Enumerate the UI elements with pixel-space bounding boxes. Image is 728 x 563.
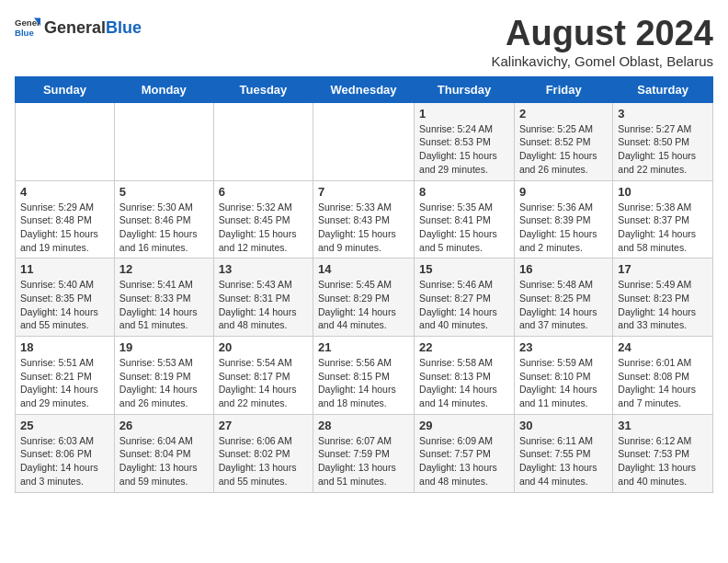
day-cell: 22Sunrise: 5:58 AM Sunset: 8:13 PM Dayli…: [415, 337, 515, 415]
day-detail: Sunrise: 6:09 AM Sunset: 7:57 PM Dayligh…: [419, 434, 509, 488]
day-cell: 27Sunrise: 6:06 AM Sunset: 8:02 PM Dayli…: [213, 414, 313, 492]
day-number: 23: [519, 340, 608, 354]
day-number: 2: [519, 107, 608, 121]
week-row-4: 18Sunrise: 5:51 AM Sunset: 8:21 PM Dayli…: [16, 337, 713, 415]
day-cell: 18Sunrise: 5:51 AM Sunset: 8:21 PM Dayli…: [16, 337, 115, 415]
day-number: 5: [119, 185, 209, 199]
day-detail: Sunrise: 5:30 AM Sunset: 8:46 PM Dayligh…: [119, 201, 209, 255]
day-number: 15: [419, 262, 509, 276]
day-detail: Sunrise: 5:58 AM Sunset: 8:13 PM Dayligh…: [419, 356, 509, 410]
header-tuesday: Tuesday: [213, 76, 313, 102]
day-cell: 23Sunrise: 5:59 AM Sunset: 8:10 PM Dayli…: [514, 337, 612, 415]
day-cell: 6Sunrise: 5:32 AM Sunset: 8:45 PM Daylig…: [213, 180, 313, 259]
day-number: 22: [419, 340, 509, 354]
day-cell: 14Sunrise: 5:45 AM Sunset: 8:29 PM Dayli…: [313, 259, 415, 337]
day-cell: 8Sunrise: 5:35 AM Sunset: 8:41 PM Daylig…: [415, 180, 515, 259]
header-thursday: Thursday: [415, 76, 515, 102]
day-detail: Sunrise: 6:01 AM Sunset: 8:08 PM Dayligh…: [618, 356, 708, 410]
day-cell: 12Sunrise: 5:41 AM Sunset: 8:33 PM Dayli…: [114, 259, 213, 337]
day-detail: Sunrise: 5:27 AM Sunset: 8:50 PM Dayligh…: [618, 122, 708, 177]
day-number: 14: [318, 262, 409, 276]
day-number: 9: [519, 185, 608, 199]
day-number: 11: [20, 262, 109, 276]
day-number: 10: [618, 185, 708, 199]
logo: General Blue GeneralBlue: [15, 15, 142, 40]
day-cell: 31Sunrise: 6:12 AM Sunset: 7:53 PM Dayli…: [613, 414, 713, 492]
day-number: 3: [618, 107, 708, 121]
header-monday: Monday: [114, 76, 213, 102]
day-detail: Sunrise: 5:46 AM Sunset: 8:27 PM Dayligh…: [419, 278, 509, 332]
day-cell: 9Sunrise: 5:36 AM Sunset: 8:39 PM Daylig…: [514, 180, 612, 259]
day-detail: Sunrise: 5:53 AM Sunset: 8:19 PM Dayligh…: [119, 356, 209, 410]
day-number: 29: [419, 419, 509, 432]
day-detail: Sunrise: 5:56 AM Sunset: 8:15 PM Dayligh…: [318, 356, 409, 410]
day-detail: Sunrise: 6:12 AM Sunset: 7:53 PM Dayligh…: [618, 434, 708, 488]
day-detail: Sunrise: 5:41 AM Sunset: 8:33 PM Dayligh…: [119, 278, 209, 332]
day-cell: 5Sunrise: 5:30 AM Sunset: 8:46 PM Daylig…: [114, 180, 213, 259]
week-row-1: 1Sunrise: 5:24 AM Sunset: 8:53 PM Daylig…: [16, 102, 713, 180]
day-cell: 28Sunrise: 6:07 AM Sunset: 7:59 PM Dayli…: [313, 414, 415, 492]
day-number: 18: [20, 340, 109, 354]
day-number: 28: [318, 419, 409, 432]
day-detail: Sunrise: 6:06 AM Sunset: 8:02 PM Dayligh…: [219, 434, 308, 488]
day-detail: Sunrise: 5:43 AM Sunset: 8:31 PM Dayligh…: [219, 278, 308, 332]
day-cell: 30Sunrise: 6:11 AM Sunset: 7:55 PM Dayli…: [514, 414, 612, 492]
day-number: 20: [219, 340, 308, 354]
day-number: 6: [219, 185, 308, 199]
day-cell: 29Sunrise: 6:09 AM Sunset: 7:57 PM Dayli…: [415, 414, 515, 492]
header-wednesday: Wednesday: [313, 76, 415, 102]
calendar-table: SundayMondayTuesdayWednesdayThursdayFrid…: [15, 76, 713, 493]
day-detail: Sunrise: 5:36 AM Sunset: 8:39 PM Dayligh…: [519, 201, 608, 255]
day-number: 19: [119, 340, 209, 354]
day-number: 8: [419, 185, 509, 199]
day-detail: Sunrise: 5:49 AM Sunset: 8:23 PM Dayligh…: [618, 278, 708, 332]
day-cell: 11Sunrise: 5:40 AM Sunset: 8:35 PM Dayli…: [16, 259, 115, 337]
day-cell: 24Sunrise: 6:01 AM Sunset: 8:08 PM Dayli…: [613, 337, 713, 415]
day-number: 30: [519, 419, 608, 432]
day-detail: Sunrise: 6:04 AM Sunset: 8:04 PM Dayligh…: [119, 434, 209, 488]
day-detail: Sunrise: 5:38 AM Sunset: 8:37 PM Dayligh…: [618, 201, 708, 255]
day-detail: Sunrise: 6:11 AM Sunset: 7:55 PM Dayligh…: [519, 434, 608, 488]
day-detail: Sunrise: 6:07 AM Sunset: 7:59 PM Dayligh…: [318, 434, 409, 488]
day-detail: Sunrise: 5:32 AM Sunset: 8:45 PM Dayligh…: [219, 201, 308, 255]
day-cell: [313, 102, 415, 180]
week-row-5: 25Sunrise: 6:03 AM Sunset: 8:06 PM Dayli…: [16, 414, 713, 492]
day-cell: 20Sunrise: 5:54 AM Sunset: 8:17 PM Dayli…: [213, 337, 313, 415]
day-cell: [114, 102, 213, 180]
day-cell: 19Sunrise: 5:53 AM Sunset: 8:19 PM Dayli…: [114, 337, 213, 415]
day-number: 24: [618, 340, 708, 354]
day-detail: Sunrise: 5:48 AM Sunset: 8:25 PM Dayligh…: [519, 278, 608, 332]
day-detail: Sunrise: 5:51 AM Sunset: 8:21 PM Dayligh…: [20, 356, 109, 410]
day-cell: 15Sunrise: 5:46 AM Sunset: 8:27 PM Dayli…: [415, 259, 515, 337]
day-number: 25: [20, 419, 109, 432]
header-saturday: Saturday: [613, 76, 713, 102]
day-number: 1: [419, 107, 509, 121]
title-area: August 2024 Kalinkavichy, Gomel Oblast, …: [492, 15, 714, 69]
day-detail: Sunrise: 5:45 AM Sunset: 8:29 PM Dayligh…: [318, 278, 409, 332]
day-number: 17: [618, 262, 708, 276]
day-cell: 13Sunrise: 5:43 AM Sunset: 8:31 PM Dayli…: [213, 259, 313, 337]
day-cell: [16, 102, 115, 180]
day-detail: Sunrise: 5:59 AM Sunset: 8:10 PM Dayligh…: [519, 356, 608, 410]
day-number: 12: [119, 262, 209, 276]
day-number: 26: [119, 419, 209, 432]
day-number: 7: [318, 185, 409, 199]
location-subtitle: Kalinkavichy, Gomel Oblast, Belarus: [492, 53, 714, 69]
day-detail: Sunrise: 5:25 AM Sunset: 8:52 PM Dayligh…: [519, 122, 608, 177]
day-detail: Sunrise: 5:54 AM Sunset: 8:17 PM Dayligh…: [219, 356, 308, 410]
day-cell: 4Sunrise: 5:29 AM Sunset: 8:48 PM Daylig…: [16, 180, 115, 259]
day-cell: 25Sunrise: 6:03 AM Sunset: 8:06 PM Dayli…: [16, 414, 115, 492]
day-detail: Sunrise: 6:03 AM Sunset: 8:06 PM Dayligh…: [20, 434, 109, 488]
day-detail: Sunrise: 5:29 AM Sunset: 8:48 PM Dayligh…: [20, 201, 109, 255]
svg-text:Blue: Blue: [15, 28, 34, 38]
day-cell: 21Sunrise: 5:56 AM Sunset: 8:15 PM Dayli…: [313, 337, 415, 415]
day-cell: 7Sunrise: 5:33 AM Sunset: 8:43 PM Daylig…: [313, 180, 415, 259]
day-detail: Sunrise: 5:40 AM Sunset: 8:35 PM Dayligh…: [20, 278, 109, 332]
header-friday: Friday: [514, 76, 612, 102]
day-number: 31: [618, 419, 708, 432]
logo-icon: General Blue: [15, 15, 40, 40]
day-detail: Sunrise: 5:24 AM Sunset: 8:53 PM Dayligh…: [419, 122, 509, 177]
header-sunday: Sunday: [16, 76, 115, 102]
day-cell: [213, 102, 313, 180]
week-row-2: 4Sunrise: 5:29 AM Sunset: 8:48 PM Daylig…: [16, 180, 713, 259]
